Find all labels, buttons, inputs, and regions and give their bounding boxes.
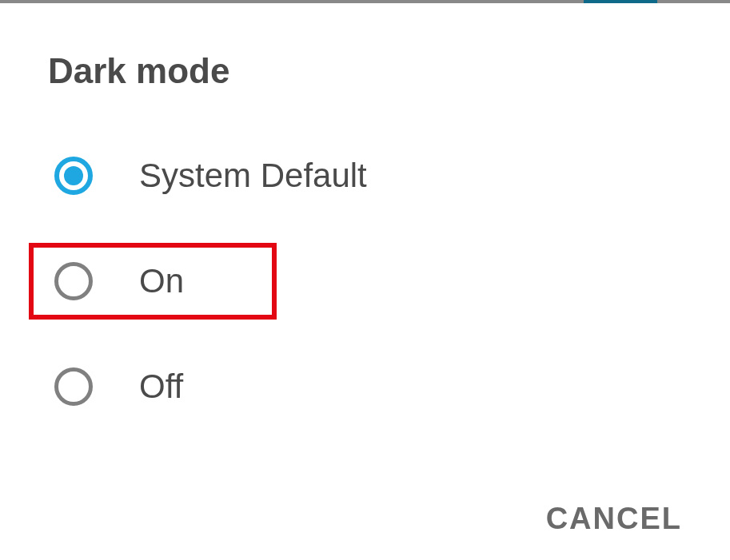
option-label: System Default bbox=[139, 157, 367, 195]
option-off[interactable]: Off bbox=[48, 358, 682, 415]
cancel-button[interactable]: CANCEL bbox=[546, 502, 682, 536]
dialog-actions: CANCEL bbox=[546, 502, 682, 536]
option-label: Off bbox=[139, 367, 183, 406]
option-on[interactable]: On bbox=[29, 243, 277, 320]
option-system-default[interactable]: System Default bbox=[48, 147, 682, 205]
radio-unselected-icon bbox=[54, 262, 93, 300]
radio-unselected-icon bbox=[54, 367, 93, 406]
options-list: System Default On Off bbox=[48, 147, 682, 415]
dark-mode-dialog: Dark mode System Default On Off CANCEL bbox=[0, 3, 730, 447]
radio-selected-icon bbox=[54, 157, 93, 195]
dialog-title: Dark mode bbox=[48, 51, 682, 91]
option-label: On bbox=[139, 262, 184, 300]
